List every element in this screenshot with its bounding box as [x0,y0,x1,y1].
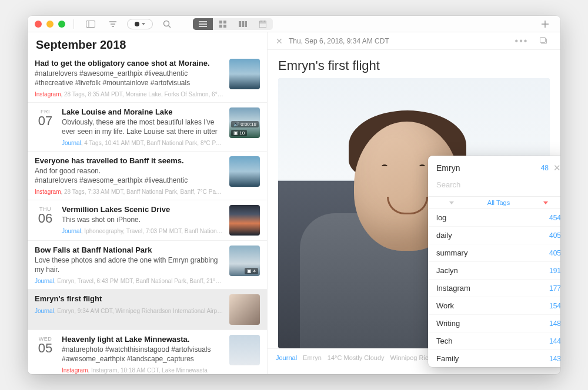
tag-name: log [436,213,446,222]
tag-row[interactable]: Writing148 [428,315,560,332]
entry-thumbnail [229,294,260,325]
entry-title: Lake Louise and Moraine Lake [62,107,223,116]
footer-journal[interactable]: Journal [276,354,297,361]
tag-row[interactable]: log454 [428,209,560,227]
sort-count-tab[interactable] [522,197,560,209]
tag-name: Writing [436,319,460,328]
sort-alpha-tab[interactable] [428,197,475,209]
titlebar [28,16,560,32]
detail-header: ✕ Thu, Sep 6, 2018, 9:34 AM CDT ••• [268,32,560,50]
view-columns-button[interactable] [233,18,253,30]
svg-rect-12 [219,25,222,28]
entry-title: Emryn's first flight [35,294,223,303]
popover-close-button[interactable]: ✕ [553,163,560,173]
tag-name: Jaclyn [436,266,458,275]
entry-date: THU06 [35,205,56,236]
more-actions-button[interactable]: ••• [513,35,530,47]
popover-current-count: 48 [541,164,549,172]
tag-row[interactable]: Work154 [428,297,560,315]
window-controls [35,21,65,28]
entry-title: Bow Falls at Banff National Park [35,246,223,254]
tag-row[interactable]: Instagram177 [428,280,560,297]
entry-title: Heavenly light at Lake Minnewasta. [62,335,223,344]
entry-meta: Instagram, 28 Tags, 7:33 AM MDT, Banff N… [35,189,223,195]
tag-list[interactable]: log454daily405summary405Jaclyn191Instagr… [428,209,560,367]
entry-row[interactable]: Had to get the obligatory canoe shot at … [28,54,267,102]
view-list-button[interactable] [193,18,213,30]
tag-name: daily [436,231,452,240]
tag-count: 454 [549,214,560,222]
svg-point-5 [164,21,169,26]
svg-rect-0 [86,21,95,27]
entry-thumbnail: ▣ 10🔊 0:00:18 [229,107,260,138]
entry-row[interactable]: THU06 Vermillion Lakes Scenic Drive This… [28,200,267,240]
svg-rect-15 [242,21,244,27]
entry-timestamp: Thu, Sep 6, 2018, 9:34 AM CDT [289,37,389,45]
entry-row[interactable]: FRI07 Lake Louise and Moraine Lake Obvio… [28,102,267,151]
content-split: September 2018 Had to get the obligatory… [28,32,560,374]
tag-row[interactable]: summary405 [428,244,560,262]
tag-search-input[interactable] [435,178,560,191]
tag-row[interactable]: Tech144 [428,332,560,350]
footer-weather: 14°C Mostly Cloudy [328,354,385,361]
all-tags-tab[interactable]: All Tags [475,197,522,209]
entry-meta: Journal, 4 Tags, 10:41 AM MDT, Banff Nat… [62,140,223,146]
tag-row[interactable]: daily405 [428,227,560,244]
tag-count: 405 [549,231,560,240]
month-header: September 2018 [28,32,267,54]
entry-excerpt: This was shot on iPhone. [62,215,223,224]
new-entry-button[interactable] [537,18,553,30]
photo-count-badge: ▣ 10 [231,130,247,136]
svg-rect-11 [223,21,226,23]
tag-count: 154 [549,302,560,310]
entry-excerpt: And for good reason.#naturelovers #aweso… [35,166,223,185]
photo-count-badge: ▣ 4 [245,268,258,274]
entry-row[interactable]: Bow Falls at Banff National Park Love th… [28,240,267,289]
entry-title: Had to get the obligatory canoe shot at … [35,59,223,68]
entry-row[interactable]: WED05 Heavenly light at Lake Minnewasta.… [28,330,267,374]
svg-rect-13 [223,25,226,28]
entry-date: WED05 [35,335,56,374]
minimize-window-button[interactable] [46,21,54,28]
search-button[interactable] [159,18,175,30]
tag-name: Work [436,301,454,310]
popover-sort-tabs: All Tags [428,196,560,209]
tag-row[interactable]: Family143 [428,350,560,367]
svg-rect-16 [245,21,247,27]
entry-list[interactable]: Had to get the obligatory canoe shot at … [28,54,267,374]
entry-title[interactable]: Emryn's first flight [268,50,560,78]
entry-excerpt: Love these photos and adore the one with… [35,255,223,274]
svg-rect-24 [540,37,546,42]
sidebar-toggle-button[interactable] [82,18,99,30]
entry-row[interactable]: Everyone has travelled to Banff it seems… [28,151,267,200]
entry-thumbnail [229,156,260,187]
tag-name: Tech [436,337,452,345]
tag-row[interactable]: Jaclyn191 [428,262,560,280]
view-grid-button[interactable] [213,18,233,30]
view-calendar-button[interactable] [253,18,273,30]
journal-filter-chip[interactable] [127,19,153,29]
tag-count: 191 [549,267,560,275]
view-mode-segmented [193,18,273,30]
entry-thumbnail [229,205,260,236]
open-in-window-button[interactable] [536,35,552,47]
video-duration-badge: 🔊 0:00:18 [231,121,259,127]
entry-thumbnail [229,59,260,89]
filter-button[interactable] [105,18,121,30]
entry-row[interactable]: Emryn's first flight Journal, Emryn, 9:3… [28,289,267,330]
entry-meta: Instagram, Instagram, 10:18 AM CDT, Lake… [62,367,223,374]
tag-count: 143 [549,355,560,363]
entry-title: Vermillion Lakes Scenic Drive [62,205,223,214]
close-window-button[interactable] [35,21,42,28]
footer-tag[interactable]: Emryn [303,354,322,361]
zoom-window-button[interactable] [58,21,65,28]
svg-rect-10 [219,21,222,23]
entry-meta: Journal, Emryn, 9:34 AM CDT, Winnipeg Ri… [35,308,223,314]
entry-list-pane: September 2018 Had to get the obligatory… [28,32,268,374]
entry-excerpt: Obviously, these are the most beautiful … [62,117,223,136]
close-detail-button[interactable]: ✕ [276,36,283,46]
svg-rect-17 [259,21,266,28]
tag-popover: Emryn 48 ✕ All Tags log454daily405summar… [428,156,560,367]
tag-count: 405 [549,249,560,257]
tag-name: Family [436,354,459,363]
